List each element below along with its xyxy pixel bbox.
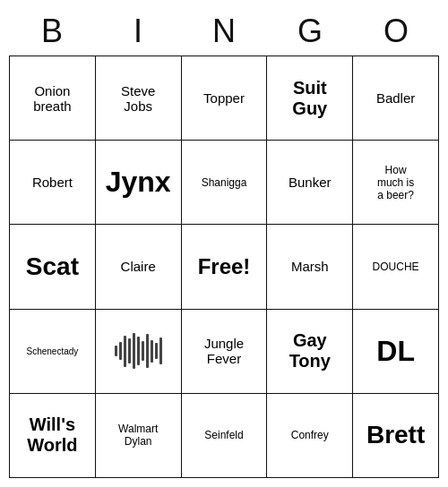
cell-r2c4: DOUCHE	[353, 225, 439, 309]
cell-content: Topper	[185, 90, 264, 106]
cell-content: DL	[356, 335, 435, 368]
cell-r1c1: Jynx	[95, 141, 181, 225]
bingo-letter-o: O	[353, 13, 439, 50]
cell-content: Onionbreath	[13, 83, 92, 114]
cell-r2c3: Marsh	[267, 225, 353, 309]
table-row: RobertJynxShaniggaBunkerHowmuch isa beer…	[10, 141, 439, 225]
bingo-letter-n: N	[181, 13, 267, 50]
cell-r1c3: Bunker	[267, 141, 353, 225]
cell-content: Free!	[185, 254, 264, 279]
cell-content: Jynx	[99, 166, 178, 199]
cell-r1c0: Robert	[10, 141, 96, 225]
cell-r0c3: SuitGuy	[267, 56, 353, 141]
cell-r0c4: Badler	[353, 56, 439, 141]
cell-r3c2: JungleFever	[181, 309, 267, 393]
cell-content: Robert	[13, 175, 92, 190]
cell-content: Badler	[356, 90, 435, 106]
cell-content: SuitGuy	[270, 78, 349, 119]
cell-content: Shanigga	[185, 176, 264, 189]
cell-r3c0: Schenectady	[10, 309, 96, 393]
cell-r3c3: GayTony	[267, 309, 353, 393]
cell-r3c1	[95, 309, 181, 393]
cell-content: Bunker	[270, 175, 349, 190]
cell-content: Will'sWorld	[13, 414, 92, 456]
bingo-grid: OnionbreathSteveJobsTopperSuitGuyBadlerR…	[9, 56, 439, 478]
cell-r4c4: Brett	[353, 393, 439, 477]
bingo-letter-i: I	[95, 13, 181, 50]
cell-r2c1: Claire	[95, 225, 181, 309]
table-row: SchenectadyJungleFeverGayTonyDL	[10, 309, 439, 393]
cell-r1c2: Shanigga	[181, 141, 267, 225]
table-row: Will'sWorldWalmartDylanSeinfeldConfreyBr…	[10, 393, 439, 477]
cell-r4c3: Confrey	[267, 393, 353, 477]
waveform-icon	[99, 333, 178, 369]
cell-content: Howmuch isa beer?	[356, 164, 435, 201]
cell-content: SteveJobs	[99, 83, 178, 114]
cell-r0c1: SteveJobs	[95, 56, 181, 141]
bingo-letter-g: G	[267, 13, 353, 50]
cell-r2c0: Scat	[10, 225, 96, 309]
cell-r3c4: DL	[353, 309, 439, 393]
cell-r0c2: Topper	[181, 56, 267, 141]
cell-r1c4: Howmuch isa beer?	[353, 141, 439, 225]
cell-content: Confrey	[270, 429, 349, 441]
bingo-letter-b: B	[9, 13, 95, 50]
cell-r4c1: WalmartDylan	[95, 393, 181, 477]
cell-content: GayTony	[270, 330, 349, 372]
cell-content: Brett	[356, 421, 435, 449]
bingo-header: BINGO	[9, 9, 439, 56]
cell-content: Claire	[99, 259, 178, 274]
cell-content: Scat	[13, 252, 92, 281]
table-row: ScatClaireFree!MarshDOUCHE	[10, 225, 439, 309]
cell-r4c0: Will'sWorld	[10, 393, 96, 477]
cell-r4c2: Seinfeld	[181, 393, 267, 477]
cell-content: JungleFever	[185, 336, 264, 366]
cell-r0c0: Onionbreath	[10, 56, 96, 141]
cell-content: Seinfeld	[185, 429, 264, 441]
cell-content: DOUCHE	[356, 261, 435, 273]
cell-content: WalmartDylan	[99, 423, 178, 448]
cell-content: Marsh	[270, 259, 349, 274]
cell-r2c2: Free!	[181, 225, 267, 309]
table-row: OnionbreathSteveJobsTopperSuitGuyBadler	[10, 56, 439, 141]
cell-content: Schenectady	[13, 346, 92, 356]
